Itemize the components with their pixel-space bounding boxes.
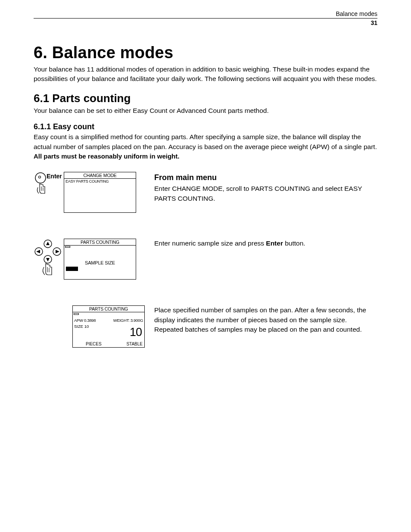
step-1-text: From main menu Enter CHANGE MODE, scroll… — [154, 172, 377, 203]
svg-marker-5 — [36, 250, 40, 253]
svg-marker-9 — [46, 258, 50, 261]
section-6-1-1-heading: 6.1.1 Easy count — [34, 122, 377, 131]
lcd-sample-size-label: SAMPLE SIZE — [64, 260, 136, 265]
step-3-text: Place specified number of samples on the… — [154, 305, 377, 334]
direction-pad-icon — [34, 239, 62, 277]
svg-marker-3 — [46, 242, 50, 245]
step-1: Enter CHANGE MODE EASY PARTS COUNTING Fr… — [34, 172, 377, 213]
step-1-graphic: Enter CHANGE MODE EASY PARTS COUNTING — [34, 172, 154, 213]
section-6-1-heading: 6.1 Parts counting — [34, 92, 377, 105]
lcd-screen-change-mode: CHANGE MODE EASY PARTS COUNTING — [64, 172, 136, 213]
step-2-text: Enter numeric sample size and press Ente… — [154, 239, 377, 248]
chapter-intro: Your balance has 11 additional modes of … — [34, 65, 377, 84]
step-3-graphic: PARTS COUNTING APW 0.3898 WEIGHT: 3.900G… — [34, 305, 154, 348]
section-6-1-body: Your balance can be set to either Easy C… — [34, 106, 377, 115]
lcd-screen-result: PARTS COUNTING APW 0.3898 WEIGHT: 3.900G… — [72, 305, 145, 348]
header-rule — [34, 18, 377, 19]
lcd-weight: WEIGHT: 3.900G — [113, 318, 143, 323]
enter-key-label: Enter — [47, 173, 62, 180]
dpad-icon-col — [34, 239, 64, 279]
lcd-pieces-label: PIECES — [86, 342, 102, 346]
step-3: PARTS COUNTING APW 0.3898 WEIGHT: 3.900G… — [34, 305, 377, 348]
lcd-title: CHANGE MODE — [64, 172, 136, 179]
step-2-body-a: Enter numeric sample size and press — [154, 240, 266, 247]
lcd-screen-sample-size: PARTS COUNTING SAMPLE SIZE — [64, 239, 136, 280]
lcd-apw: APW 0.3898 — [74, 318, 96, 323]
step-2: PARTS COUNTING SAMPLE SIZE Enter numeric… — [34, 239, 377, 280]
enter-word-bold: Enter — [266, 240, 283, 247]
manual-page: Balance modes 31 6. Balance modes Your b… — [0, 0, 411, 532]
lcd-title: PARTS COUNTING — [73, 306, 144, 312]
svg-point-1 — [39, 176, 41, 178]
lcd-stable-label: STABLE — [126, 342, 143, 346]
lcd-title: PARTS COUNTING — [64, 239, 136, 246]
lcd-size: SIZE 10 — [74, 324, 89, 329]
page-number: 31 — [34, 19, 377, 26]
chapter-title: 6. Balance modes — [34, 44, 377, 62]
section-6-1-1-body: Easy count is a simplified method for co… — [34, 132, 377, 152]
uniform-weight-note: All parts must be reasonably uniform in … — [34, 152, 377, 160]
enter-key-icon-col: Enter — [34, 172, 64, 198]
step-1-heading: From main menu — [154, 172, 377, 183]
running-head: Balance modes — [34, 10, 377, 17]
lcd-piece-count: 10 — [130, 326, 142, 339]
step-2-body-b: button. — [283, 240, 305, 247]
step-2-graphic: PARTS COUNTING SAMPLE SIZE — [34, 239, 154, 280]
step-1-body: Enter CHANGE MODE, scroll to PARTS COUNT… — [154, 185, 362, 202]
svg-marker-7 — [56, 250, 59, 253]
lcd-cursor — [66, 267, 78, 271]
lcd-line2: EASY PARTS COUNTING — [64, 179, 136, 185]
